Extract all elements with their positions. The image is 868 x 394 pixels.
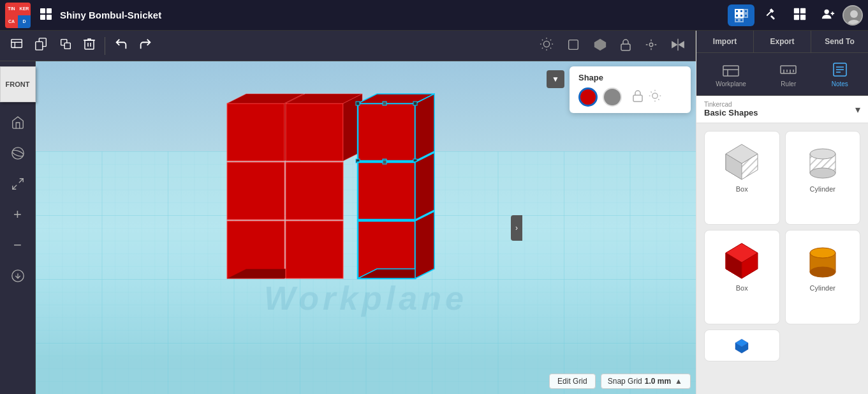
svg-point-116 xyxy=(810,267,835,277)
mirror-button[interactable] xyxy=(666,34,690,57)
svg-rect-77 xyxy=(358,162,415,220)
svg-rect-67 xyxy=(286,221,343,278)
workplane-tool-label: Workplane xyxy=(716,80,746,87)
svg-rect-10 xyxy=(735,19,739,22)
svg-point-45 xyxy=(649,43,653,47)
snap-button[interactable] xyxy=(639,34,663,57)
shape-item-box-grey[interactable]: Box xyxy=(704,131,780,225)
svg-marker-47 xyxy=(672,42,677,47)
shape-color-red[interactable] xyxy=(578,87,598,107)
undo-button[interactable] xyxy=(109,33,133,58)
snap-value-up[interactable]: ▲ xyxy=(673,377,684,386)
shape-panel: ▼ Shape xyxy=(570,66,691,113)
svg-marker-48 xyxy=(679,42,684,47)
shape-color-grey[interactable] xyxy=(603,87,622,107)
user-avatar[interactable] xyxy=(842,5,863,26)
svg-point-109 xyxy=(810,149,835,159)
dashboard-button[interactable] xyxy=(786,3,813,27)
svg-rect-9 xyxy=(744,14,747,17)
shape-item-cylinder-orange[interactable]: Cylinder xyxy=(785,230,861,324)
svg-rect-68 xyxy=(358,103,415,161)
tinkercad-label: Tinkercad xyxy=(704,101,758,108)
duplicate-button[interactable] xyxy=(54,33,78,58)
right-action-buttons: Import Export Send To xyxy=(696,31,868,53)
svg-rect-31 xyxy=(85,40,94,49)
shape-category-selector[interactable]: Tinkercad Basic Shapes ▾ xyxy=(696,96,868,123)
front-view-cube[interactable]: FRONT xyxy=(0,66,36,102)
zoom-out-button[interactable]: − xyxy=(4,231,32,259)
shape-panel-dropdown[interactable]: ▼ xyxy=(547,70,564,88)
svg-rect-44 xyxy=(621,44,630,50)
left-panel: FRONT xyxy=(0,61,36,394)
3d-view-button[interactable] xyxy=(728,4,754,26)
zoom-in-button[interactable]: + xyxy=(4,201,32,229)
download-button[interactable] xyxy=(4,262,32,290)
redo-button[interactable] xyxy=(133,33,158,58)
add-user-button[interactable] xyxy=(816,3,840,27)
shape-item-partial[interactable] xyxy=(704,330,780,361)
svg-rect-15 xyxy=(794,15,799,20)
svg-marker-78 xyxy=(415,153,434,220)
delete-button[interactable] xyxy=(78,33,101,58)
copy-button[interactable] xyxy=(29,33,54,58)
light-toggle-button[interactable] xyxy=(534,33,559,58)
svg-rect-7 xyxy=(735,14,739,17)
import-button[interactable]: Import xyxy=(696,31,754,52)
shape-grid: Box Cylinder xyxy=(696,123,868,394)
zoom-fit-button[interactable] xyxy=(4,170,32,198)
svg-line-87 xyxy=(651,92,652,93)
svg-point-17 xyxy=(825,10,829,14)
solid-view-button[interactable] xyxy=(588,34,612,57)
send-to-button[interactable]: Send To xyxy=(811,31,868,52)
lock-button[interactable] xyxy=(615,34,636,57)
svg-rect-16 xyxy=(800,15,805,20)
home-view-button[interactable] xyxy=(4,109,32,137)
viewport[interactable]: Workplane xyxy=(36,61,696,394)
edit-grid-button[interactable]: Edit Grid xyxy=(549,374,596,389)
shape-item-box-red[interactable]: Box xyxy=(704,230,780,324)
export-button[interactable]: Export xyxy=(754,31,811,52)
svg-line-41 xyxy=(542,48,543,49)
build-button[interactable] xyxy=(757,3,784,27)
svg-line-88 xyxy=(658,99,659,100)
svg-rect-27 xyxy=(36,42,43,50)
notes-tool-button[interactable]: Notes xyxy=(825,58,855,90)
nav-right-icons xyxy=(728,3,863,27)
workplane-tool-button[interactable]: Workplane xyxy=(709,58,753,90)
grid-view-button[interactable] xyxy=(34,5,57,25)
shape-item-cylinder-grey[interactable]: Cylinder xyxy=(785,131,861,225)
notes-tool-label: Notes xyxy=(832,80,848,87)
svg-rect-23 xyxy=(11,40,22,48)
svg-rect-72 xyxy=(413,102,417,105)
shape-label-box-grey: Box xyxy=(736,185,748,193)
snap-value: 1.0 mm xyxy=(645,377,671,386)
collapse-panel-button[interactable]: › xyxy=(511,215,522,241)
front-view-label: FRONT xyxy=(6,80,30,88)
svg-point-50 xyxy=(11,149,24,157)
svg-line-38 xyxy=(550,48,551,49)
shape-light-icon[interactable] xyxy=(649,89,661,105)
new-workplane-button[interactable] xyxy=(5,33,29,58)
tinkercad-logo[interactable]: TIN KER CA D xyxy=(5,3,31,28)
shape-lock-icon[interactable] xyxy=(632,89,644,105)
svg-marker-70 xyxy=(415,94,434,161)
svg-line-37 xyxy=(542,40,543,40)
svg-rect-29 xyxy=(64,43,70,49)
ruler-tool-button[interactable]: Ruler xyxy=(773,58,804,90)
outline-view-button[interactable] xyxy=(561,34,585,57)
svg-rect-3 xyxy=(47,15,52,20)
svg-rect-12 xyxy=(770,15,775,20)
svg-rect-83 xyxy=(633,95,642,102)
svg-rect-60 xyxy=(286,103,343,161)
cubes-3d xyxy=(214,91,501,295)
svg-rect-8 xyxy=(740,14,743,17)
ruler-tool-label: Ruler xyxy=(781,80,796,87)
svg-rect-75 xyxy=(383,102,386,105)
svg-point-110 xyxy=(810,168,835,178)
svg-point-84 xyxy=(652,93,658,98)
category-dropdown-button[interactable]: ▾ xyxy=(855,103,860,116)
svg-rect-1 xyxy=(47,8,52,13)
svg-point-21 xyxy=(850,10,858,18)
orbit-button[interactable] xyxy=(4,139,32,167)
svg-rect-5 xyxy=(740,10,743,13)
